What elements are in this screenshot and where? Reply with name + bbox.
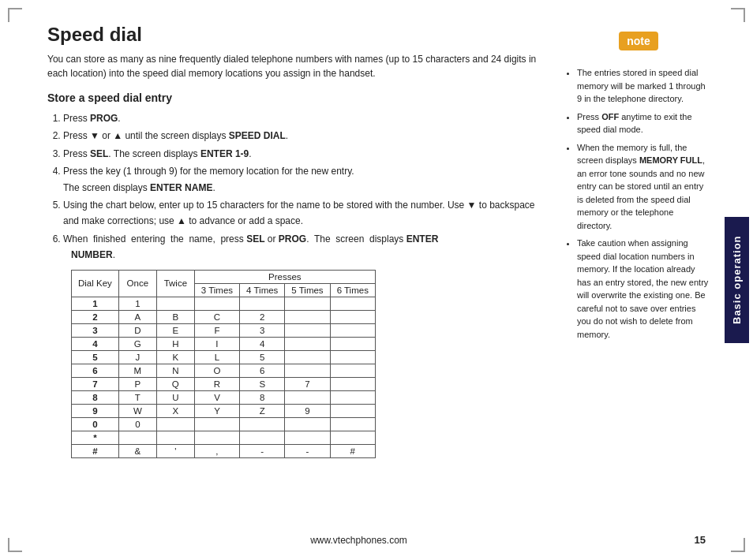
step-6: When finished entering the name, press S… <box>63 231 537 263</box>
table-cell: 0 <box>118 417 156 431</box>
table-cell <box>330 337 375 350</box>
table-cell: 4 <box>72 337 119 350</box>
table-cell: 7 <box>285 377 330 390</box>
table-cell: K <box>156 350 194 364</box>
table-cell: R <box>194 377 239 390</box>
right-panel: note The entries stored in speed dial me… <box>560 16 717 361</box>
table-cell <box>285 310 330 323</box>
table-cell: 1 <box>118 297 156 310</box>
table-cell: F <box>194 323 239 337</box>
col-once: Once <box>118 270 156 297</box>
key-table: Dial Key Once Twice Presses 3 Times 4 Ti… <box>71 270 376 458</box>
step-6-bold1: SEL <box>246 233 264 245</box>
table-row: 9WXYZ9 <box>72 404 376 417</box>
table-row: 2ABC2 <box>72 310 376 323</box>
note-label: note <box>619 32 658 50</box>
table-cell: E <box>156 323 194 337</box>
table-cell: - <box>240 444 285 457</box>
table-cell: A <box>118 310 156 323</box>
table-cell: Z <box>240 404 285 417</box>
table-row: 3DEF3 <box>72 323 376 337</box>
table-cell <box>330 310 375 323</box>
table-cell: H <box>156 337 194 350</box>
col-dial-key: Dial Key <box>72 270 119 297</box>
table-cell <box>285 431 330 444</box>
table-cell <box>285 323 330 337</box>
sidebar: Basic operation <box>720 0 753 560</box>
table-cell: 8 <box>72 390 119 404</box>
table-cell: # <box>72 444 119 457</box>
table-cell: L <box>194 350 239 364</box>
step-1: Press PROG. <box>63 110 537 126</box>
table-cell <box>285 337 330 350</box>
note-bullet: When the memory is full, the screen disp… <box>577 141 710 233</box>
col-5times: 5 Times <box>285 283 330 297</box>
table-cell: 1 <box>72 297 119 310</box>
table-cell <box>285 364 330 377</box>
table-cell <box>330 417 375 431</box>
table-cell: 7 <box>72 377 119 390</box>
table-cell <box>118 431 156 444</box>
table-row: 7PQRS7 <box>72 377 376 390</box>
table-cell: S <box>240 377 285 390</box>
sidebar-label: Basic operation <box>725 217 749 343</box>
table-row: 8TUV8 <box>72 390 376 404</box>
table-cell <box>330 390 375 404</box>
table-cell <box>330 431 375 444</box>
note-content: The entries stored in speed dial memory … <box>568 66 710 341</box>
step-2: Press ▼ or ▲ until the screen displays S… <box>63 128 537 144</box>
table-cell: 8 <box>240 390 285 404</box>
table-cell: - <box>285 444 330 457</box>
table-cell: O <box>194 364 239 377</box>
footer-url: www.vtechphones.com <box>0 535 717 546</box>
step-3-bold2: ENTER 1-9 <box>200 148 249 159</box>
table-cell: Q <box>156 377 194 390</box>
page-number: 15 <box>695 534 706 546</box>
table-cell <box>330 377 375 390</box>
table-row: 11 <box>72 297 376 310</box>
table-cell: 6 <box>240 364 285 377</box>
step-1-bold: PROG <box>90 113 118 124</box>
table-cell <box>285 350 330 364</box>
table-cell <box>330 323 375 337</box>
table-cell <box>156 417 194 431</box>
step-5: Using the chart below, enter up to 15 ch… <box>63 197 537 230</box>
table-cell <box>285 417 330 431</box>
table-cell <box>240 297 285 310</box>
table-cell: 5 <box>72 350 119 364</box>
table-cell <box>156 431 194 444</box>
table-cell: 5 <box>240 350 285 364</box>
table-cell: B <box>156 310 194 323</box>
table-cell: M <box>118 364 156 377</box>
table-cell: I <box>194 337 239 350</box>
table-cell <box>285 297 330 310</box>
table-row: * <box>72 431 376 444</box>
step-2-bold: SPEED DIAL <box>229 130 286 141</box>
table-cell: P <box>118 377 156 390</box>
table-cell: N <box>156 364 194 377</box>
table-cell <box>330 404 375 417</box>
step-3-bold: SEL <box>90 148 108 159</box>
col-4times: 4 Times <box>240 283 285 297</box>
table-cell: 0 <box>72 417 119 431</box>
table-cell: * <box>72 431 119 444</box>
table-row: 00 <box>72 417 376 431</box>
table-cell: J <box>118 350 156 364</box>
step-6-bold2: PROG <box>279 233 306 245</box>
table-cell: W <box>118 404 156 417</box>
step-4-bold: ENTER NAME <box>150 182 212 193</box>
footer: www.vtechphones.com <box>0 535 717 546</box>
table-row: 5JKL5 <box>72 350 376 364</box>
table-cell: C <box>194 310 239 323</box>
table-cell: 6 <box>72 364 119 377</box>
col-6times: 6 Times <box>330 283 375 297</box>
table-cell: 4 <box>240 337 285 350</box>
table-cell: ' <box>156 444 194 457</box>
table-cell: 2 <box>72 310 119 323</box>
table-cell: Y <box>194 404 239 417</box>
table-cell: 9 <box>72 404 119 417</box>
col-twice: Twice <box>156 270 194 297</box>
table-cell <box>194 417 239 431</box>
table-cell: 9 <box>285 404 330 417</box>
table-cell: X <box>156 404 194 417</box>
